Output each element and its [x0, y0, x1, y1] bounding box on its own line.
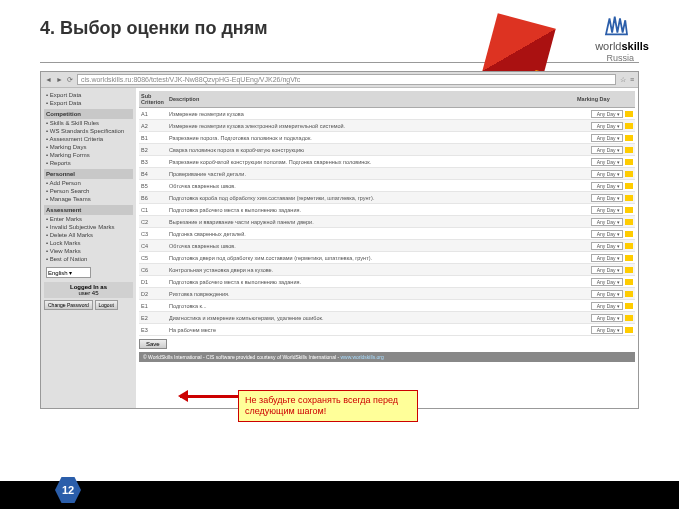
marking-day-select[interactable]: Any Day ▾ [591, 134, 623, 142]
flag-icon[interactable] [625, 111, 633, 117]
marking-day-select[interactable]: Any Day ▾ [591, 158, 623, 166]
cell-desc: Разрезание порога. Подготовка половинок … [167, 132, 575, 144]
cell-desc: Подготовка рабочего места к выполнению з… [167, 276, 575, 288]
cell-desc: Подготовка рабочего места к выполнению з… [167, 204, 575, 216]
sidebar-item[interactable]: • Export Data [44, 91, 133, 99]
back-icon[interactable]: ◄ [45, 76, 52, 83]
sidebar-item[interactable]: • Assessment Criteria [44, 135, 133, 143]
table-row: A1Измерение геометрии кузоваAny Day ▾ [139, 108, 635, 120]
cell-desc: Измерение геометрии кузова электронной и… [167, 120, 575, 132]
marking-day-select[interactable]: Any Day ▾ [591, 230, 623, 238]
flag-icon[interactable] [625, 219, 633, 225]
sidebar-head-assessment: Assessment [44, 205, 133, 215]
logout-button[interactable]: Logout [95, 300, 118, 310]
flag-icon[interactable] [625, 195, 633, 201]
flag-icon[interactable] [625, 255, 633, 261]
cell-desc: Проверивание частей детали. [167, 168, 575, 180]
th-marking-day: Marking Day [575, 91, 635, 108]
marking-day-select[interactable]: Any Day ▾ [591, 242, 623, 250]
sidebar-item[interactable]: • Marking Days [44, 143, 133, 151]
sidebar-item[interactable]: • Delete All Marks [44, 231, 133, 239]
marking-day-select[interactable]: Any Day ▾ [591, 194, 623, 202]
sidebar-item[interactable]: • Person Search [44, 187, 133, 195]
language-select[interactable]: English ▾ [46, 267, 91, 278]
sidebar-item[interactable]: • View Marks [44, 247, 133, 255]
marking-day-select[interactable]: Any Day ▾ [591, 278, 623, 286]
sidebar-item[interactable]: • Invalid Subjective Marks [44, 223, 133, 231]
change-password-button[interactable]: Change Password [44, 300, 93, 310]
logo: worldskills Russia [539, 8, 649, 68]
save-button[interactable]: Save [139, 339, 167, 349]
url-input[interactable]: cis.worldskills.ru:8086/tctest/VJK-Nw88Q… [77, 74, 616, 85]
sidebar-item[interactable]: • Enter Marks [44, 215, 133, 223]
flag-icon[interactable] [625, 315, 633, 321]
footer-link[interactable]: www.worldskills.org [340, 354, 383, 360]
cell-desc: Подгонка сваренных деталей. [167, 228, 575, 240]
menu-icon[interactable]: ≡ [630, 76, 634, 83]
sidebar-item[interactable]: • Add Person [44, 179, 133, 187]
marking-day-select[interactable]: Any Day ▾ [591, 326, 623, 334]
flag-icon[interactable] [625, 267, 633, 273]
marking-day-select[interactable]: Any Day ▾ [591, 110, 623, 118]
hand-icon [599, 8, 634, 43]
flag-icon[interactable] [625, 207, 633, 213]
cell-code: C1 [139, 204, 167, 216]
cell-code: A2 [139, 120, 167, 132]
flag-icon[interactable] [625, 327, 633, 333]
callout-box: Не забудьте сохранять всегда перед следу… [238, 390, 418, 422]
cell-code: B3 [139, 156, 167, 168]
flag-icon[interactable] [625, 183, 633, 189]
cell-code: E3 [139, 324, 167, 336]
marking-day-select[interactable]: Any Day ▾ [591, 122, 623, 130]
cell-code: B4 [139, 168, 167, 180]
flag-icon[interactable] [625, 291, 633, 297]
marking-day-select[interactable]: Any Day ▾ [591, 266, 623, 274]
sidebar-item[interactable]: • Manage Teams [44, 195, 133, 203]
marking-day-select[interactable]: Any Day ▾ [591, 146, 623, 154]
flag-icon[interactable] [625, 147, 633, 153]
footer: © WorldSkills International - CIS softwa… [139, 352, 635, 362]
cell-desc: Рихтовка повреждения. [167, 288, 575, 300]
flag-icon[interactable] [625, 279, 633, 285]
sidebar-item[interactable]: • Reports [44, 159, 133, 167]
flag-icon[interactable] [625, 303, 633, 309]
cell-desc: Контрольная установка двери на кузове. [167, 264, 575, 276]
sidebar-item[interactable]: • WS Standards Specification [44, 127, 133, 135]
flag-icon[interactable] [625, 231, 633, 237]
star-icon[interactable]: ☆ [620, 76, 626, 84]
cell-desc: Измерение геометрии кузова [167, 108, 575, 120]
marking-day-select[interactable]: Any Day ▾ [591, 254, 623, 262]
browser-window: ◄ ► ⟳ cis.worldskills.ru:8086/tctest/VJK… [40, 71, 639, 409]
cell-desc: Подготовка двери под обработку хим.соста… [167, 252, 575, 264]
table-row: C2Вырезание и вваривание части наружной … [139, 216, 635, 228]
sidebar-item[interactable]: • Best of Nation [44, 255, 133, 263]
table-row: C4Обточка сваренных швов.Any Day ▾ [139, 240, 635, 252]
marking-day-select[interactable]: Any Day ▾ [591, 206, 623, 214]
table-row: B2Сварка половинок порога в коробчатую к… [139, 144, 635, 156]
sidebar-item[interactable]: • Skills & Skill Rules [44, 119, 133, 127]
sidebar-item[interactable]: • Marking Forms [44, 151, 133, 159]
marking-day-select[interactable]: Any Day ▾ [591, 290, 623, 298]
cell-code: C6 [139, 264, 167, 276]
sidebar-item[interactable]: • Lock Marks [44, 239, 133, 247]
sidebar-item[interactable]: • Export Data [44, 99, 133, 107]
forward-icon[interactable]: ► [56, 76, 63, 83]
flag-icon[interactable] [625, 135, 633, 141]
marking-day-select[interactable]: Any Day ▾ [591, 314, 623, 322]
table-row: A2Измерение геометрии кузова электронной… [139, 120, 635, 132]
reload-icon[interactable]: ⟳ [67, 76, 73, 84]
cell-desc: Подготовка к... [167, 300, 575, 312]
cell-code: C3 [139, 228, 167, 240]
marking-day-select[interactable]: Any Day ▾ [591, 170, 623, 178]
marking-day-select[interactable]: Any Day ▾ [591, 302, 623, 310]
flag-icon[interactable] [625, 171, 633, 177]
table-row: B3Разрезание коробчатой конструкции попо… [139, 156, 635, 168]
flag-icon[interactable] [625, 243, 633, 249]
marking-day-select[interactable]: Any Day ▾ [591, 182, 623, 190]
url-bar: ◄ ► ⟳ cis.worldskills.ru:8086/tctest/VJK… [41, 72, 638, 88]
cell-code: B2 [139, 144, 167, 156]
marking-day-select[interactable]: Any Day ▾ [591, 218, 623, 226]
flag-icon[interactable] [625, 123, 633, 129]
flag-icon[interactable] [625, 159, 633, 165]
th-subcriterion: Sub Criterion [139, 91, 167, 108]
